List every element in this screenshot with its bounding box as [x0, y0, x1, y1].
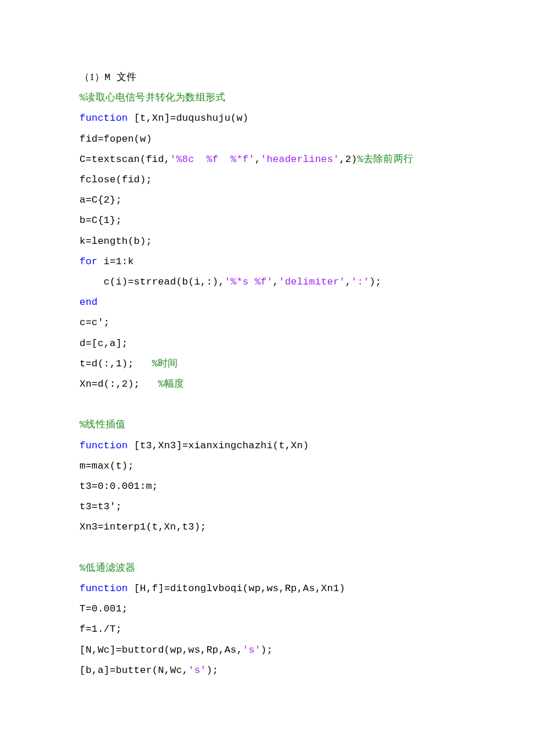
code-token: function [80, 113, 134, 124]
code-token: d=[c,a]; [80, 338, 128, 349]
code-token: f=1./T; [80, 624, 122, 635]
code-token: 's' [188, 665, 206, 676]
code-line: %线性插值 [80, 415, 459, 435]
code-token: ); [206, 665, 218, 676]
code-token: fid=fopen(w) [80, 134, 152, 145]
code-token: t3=0:0.001:m; [80, 481, 158, 492]
code-token: [t3,Xn3]=xianxingchazhi(t,Xn) [134, 440, 309, 451]
code-token: %低通滤波器 [80, 563, 135, 574]
code-token: 'delimiter' [279, 276, 345, 287]
code-token: [N,Wc]=buttord(wp,ws,Rp,As, [80, 645, 243, 656]
code-token: M [104, 72, 117, 83]
code-line: function [H,f]=ditonglvboqi(wp,ws,Rp,As,… [80, 578, 459, 599]
code-token: %线性插值 [80, 419, 125, 430]
code-token: for [80, 256, 104, 267]
code-token: 'headerlines' [261, 154, 339, 165]
code-line: f=1./T; [80, 619, 459, 639]
code-token: end [80, 297, 98, 308]
code-token: C=textscan(fid, [80, 154, 170, 165]
code-block: （1）M 文件%读取心电信号并转化为数组形式function [t,Xn]=du… [80, 67, 459, 681]
code-line: [b,a]=butter(N,Wc,'s'); [80, 660, 459, 681]
code-line: function [t3,Xn3]=xianxingchazhi(t,Xn) [80, 435, 459, 456]
code-token: %去除前两行 [358, 154, 413, 165]
code-token: '%8c %f %*f' [170, 154, 255, 165]
code-line: Xn3=interp1(t,Xn,t3); [80, 517, 459, 537]
code-line: c=c'; [80, 312, 459, 333]
code-line: C=textscan(fid,'%8c %f %*f','headerlines… [80, 149, 459, 170]
code-line: for i=1:k [80, 251, 459, 272]
code-token: %时间 [152, 358, 178, 369]
code-token: T=0.001; [80, 603, 128, 614]
code-token: m=max(t); [80, 460, 134, 471]
code-token: k=length(b); [80, 236, 152, 247]
code-line: m=max(t); [80, 456, 459, 476]
blank-line [80, 538, 459, 558]
code-line: a=C{2}; [80, 190, 459, 210]
code-token: ); [261, 645, 273, 656]
code-token: i=1:k [104, 256, 134, 267]
code-line: d=[c,a]; [80, 333, 459, 354]
code-token: c(i)=strread(b(i,:), [80, 276, 225, 287]
blank-line [80, 394, 459, 415]
code-line: %低通滤波器 [80, 558, 459, 578]
code-line: Xn=d(:,2); %幅度 [80, 374, 459, 394]
code-token: ':' [351, 276, 369, 287]
code-token: t3=t3'; [80, 501, 122, 512]
code-token: '%*s %f' [225, 276, 273, 287]
code-token: t=d(:,1); [80, 358, 152, 369]
code-token: , [255, 154, 261, 165]
code-token: %幅度 [158, 379, 184, 390]
code-line: function [t,Xn]=duqushuju(w) [80, 108, 459, 128]
code-token: function [80, 440, 134, 451]
code-line: fid=fopen(w) [80, 129, 459, 149]
code-token: a=C{2}; [80, 195, 122, 206]
code-line: （1）M 文件 [80, 67, 459, 88]
code-line: end [80, 292, 459, 312]
code-token: ,2) [339, 154, 357, 165]
code-token: 's' [243, 645, 261, 656]
code-token: c=c'; [80, 317, 110, 328]
code-token: , [345, 276, 351, 287]
code-line: %读取心电信号并转化为数组形式 [80, 88, 459, 108]
document-page: （1）M 文件%读取心电信号并转化为数组形式function [t,Xn]=du… [0, 0, 534, 756]
code-line: t3=0:0.001:m; [80, 476, 459, 496]
code-token: ); [369, 276, 381, 287]
code-token: [H,f]=ditonglvboqi(wp,ws,Rp,As,Xn1) [134, 583, 345, 594]
code-line: t3=t3'; [80, 496, 459, 517]
code-line: k=length(b); [80, 231, 459, 251]
code-token: （1） [80, 71, 104, 82]
code-token: b=C{1}; [80, 215, 122, 226]
code-token: Xn3=interp1(t,Xn,t3); [80, 521, 206, 532]
code-line: c(i)=strread(b(i,:),'%*s %f','delimiter'… [80, 272, 459, 292]
code-token: %读取心电信号并转化为数组形式 [80, 92, 225, 103]
code-line: [N,Wc]=buttord(wp,ws,Rp,As,'s'); [80, 640, 459, 660]
code-token: function [80, 583, 134, 594]
code-token: fclose(fid); [80, 174, 152, 185]
code-token: [b,a]=butter(N,Wc, [80, 665, 188, 676]
code-line: t=d(:,1); %时间 [80, 354, 459, 374]
code-line: b=C{1}; [80, 210, 459, 231]
code-line: T=0.001; [80, 599, 459, 619]
code-token: Xn=d(:,2); [80, 379, 158, 390]
code-token: , [273, 276, 279, 287]
code-token: [t,Xn]=duqushuju(w) [134, 113, 249, 124]
code-line: fclose(fid); [80, 170, 459, 190]
code-token: 文件 [117, 71, 136, 82]
